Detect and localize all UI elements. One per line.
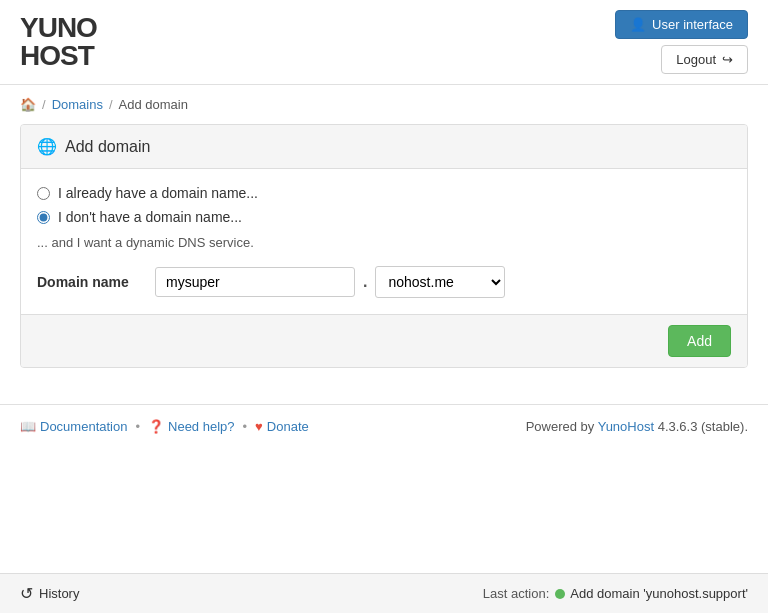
radio-note: ... and I want a dynamic DNS service.: [37, 235, 731, 250]
footer-links: 📖 Documentation • ❓ Need help? • ♥ Donat…: [20, 419, 309, 434]
add-domain-button[interactable]: Add: [668, 325, 731, 357]
last-action-text: Add domain 'yunohost.support': [570, 586, 748, 601]
card-title: Add domain: [65, 138, 150, 156]
header: YUNO HOST 👤 User interface Logout ↪: [0, 0, 768, 85]
header-buttons: 👤 User interface Logout ↪: [615, 10, 748, 74]
breadcrumb: 🏠 / Domains / Add domain: [0, 85, 768, 124]
globe-icon: 🌐: [37, 137, 57, 156]
last-action-status: Add domain 'yunohost.support': [555, 586, 748, 601]
add-domain-card: 🌐 Add domain I already have a domain nam…: [20, 124, 748, 368]
documentation-link[interactable]: 📖 Documentation: [20, 419, 127, 434]
history-bar: ↺ History Last action: Add domain 'yunoh…: [0, 573, 768, 613]
card-footer: Add: [21, 314, 747, 367]
footer: 📖 Documentation • ❓ Need help? • ♥ Donat…: [0, 404, 768, 448]
logout-icon: ↪: [722, 52, 733, 67]
domain-name-input[interactable]: [155, 267, 355, 297]
breadcrumb-current: Add domain: [119, 97, 188, 112]
yunohost-link[interactable]: YunoHost: [598, 419, 658, 434]
radio-option-no-domain[interactable]: I don't have a domain name...: [37, 209, 731, 225]
main-content: 🌐 Add domain I already have a domain nam…: [0, 124, 768, 404]
radio-group: I already have a domain name... I don't …: [37, 185, 731, 225]
last-action-badge: Last action: Add domain 'yunohost.suppor…: [483, 586, 748, 601]
dot-separator: .: [363, 273, 367, 291]
logo-line2: HOST: [20, 42, 97, 70]
status-dot: [555, 589, 565, 599]
radio-option-have-domain[interactable]: I already have a domain name...: [37, 185, 731, 201]
help-icon: ❓: [148, 419, 164, 434]
need-help-link[interactable]: ❓ Need help?: [148, 419, 235, 434]
logout-button[interactable]: Logout ↪: [661, 45, 748, 74]
history-title: ↺ History: [20, 584, 79, 603]
logo-line1: YUNO: [20, 14, 97, 42]
footer-powered: Powered by YunoHost 4.3.6.3 (stable).: [526, 419, 748, 434]
version-text: 4.3.6.3 (stable).: [658, 419, 748, 434]
radio-no-domain[interactable]: [37, 211, 50, 224]
breadcrumb-home-link[interactable]: 🏠: [20, 97, 36, 112]
card-header: 🌐 Add domain: [21, 125, 747, 169]
domain-row: Domain name . nohost.me noho.st ynh.fr: [37, 266, 731, 298]
user-interface-button[interactable]: 👤 User interface: [615, 10, 748, 39]
domain-suffix-select[interactable]: nohost.me noho.st ynh.fr: [375, 266, 505, 298]
last-action-label: Last action:: [483, 586, 550, 601]
user-icon: 👤: [630, 17, 646, 32]
donate-link[interactable]: ♥ Donate: [255, 419, 309, 434]
radio-have-domain[interactable]: [37, 187, 50, 200]
book-icon: 📖: [20, 419, 36, 434]
breadcrumb-domains-link[interactable]: Domains: [52, 97, 103, 112]
heart-icon: ♥: [255, 419, 263, 434]
card-body: I already have a domain name... I don't …: [21, 169, 747, 314]
home-icon: 🏠: [20, 97, 36, 112]
domain-name-label: Domain name: [37, 274, 147, 290]
logo: YUNO HOST: [20, 14, 97, 70]
history-icon: ↺: [20, 584, 33, 603]
